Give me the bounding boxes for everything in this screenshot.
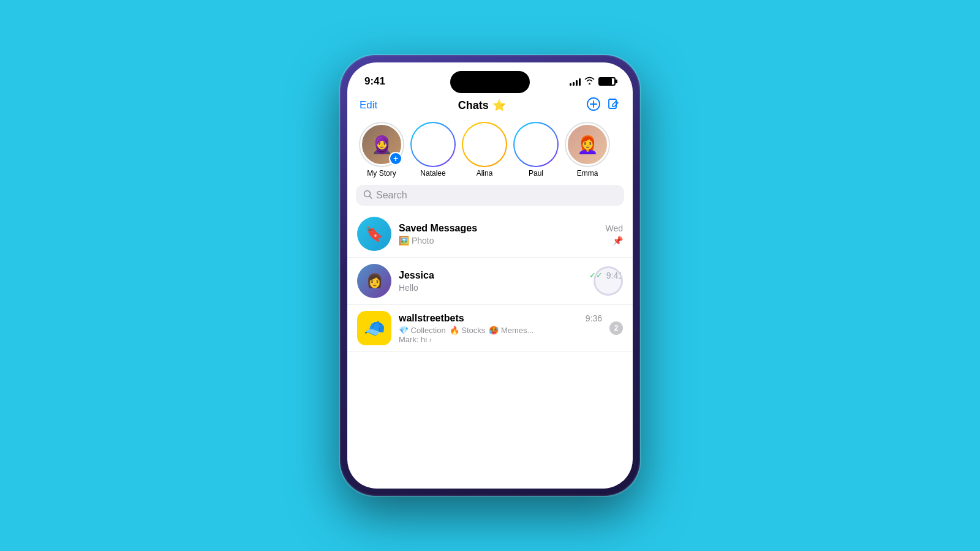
chat-avatar-jessica: 👩 — [357, 264, 391, 298]
story-name-alina: Alina — [477, 169, 493, 178]
story-ring-alina — [462, 122, 507, 167]
story-avatar-wrapper-natalee: 👱‍♀️ — [412, 124, 454, 165]
unread-badge-wallstreet: 2 — [609, 321, 623, 335]
photo-emoji: 🖼️ — [399, 236, 409, 246]
story-ring-natalee — [410, 122, 456, 167]
chat-name-jessica: Jessica — [399, 270, 434, 281]
story-emma[interactable]: 👩‍🦰 Emma — [565, 124, 609, 178]
status-icons — [570, 77, 616, 86]
chat-content-jessica: Jessica ✓✓ 9:41 Hello — [399, 270, 623, 293]
chat-time-saved: Wed — [605, 223, 623, 233]
add-story-button[interactable] — [586, 97, 601, 114]
chat-content-saved: Saved Messages Wed 🖼️ Photo 📌 — [399, 223, 623, 246]
chat-avatar-saved: 🔖 — [357, 217, 391, 251]
chat-tags-wallstreet: 💎 Collection 🔥 Stocks 🥵 Memes... — [399, 326, 602, 335]
dynamic-island — [450, 71, 530, 93]
story-ring-paul — [513, 122, 559, 167]
story-name-paul: Paul — [529, 169, 543, 178]
phone-screen: 9:41 — [347, 62, 633, 489]
svg-line-5 — [370, 197, 372, 199]
story-avatar-wrapper-paul: 🧑‍🦱 — [515, 124, 557, 165]
chat-name-wallstreet: wallstreetbets — [399, 313, 464, 324]
tag-collection: 💎 Collection — [399, 326, 446, 335]
compose-button[interactable] — [607, 97, 620, 113]
chat-preview-row-jessica: Hello — [399, 283, 623, 293]
story-alina[interactable]: 👩 Alina — [462, 124, 507, 178]
signal-icon — [570, 77, 581, 86]
battery-icon — [598, 77, 616, 86]
chat-list: 🔖 Saved Messages Wed 🖼️ Photo 📌 — [347, 211, 633, 352]
story-name-natalee: Natalee — [420, 169, 445, 178]
phone-frame: 9:41 — [340, 55, 640, 496]
story-name-my-story: My Story — [367, 169, 396, 178]
chat-top-row-saved: Saved Messages Wed — [399, 223, 623, 234]
chat-item-wallstreet[interactable]: 🧢 wallstreetbets 9:36 💎 Collection 🔥 Sto… — [347, 305, 633, 352]
chat-preview-jessica: Hello — [399, 283, 623, 293]
bookmark-icon: 🔖 — [365, 225, 383, 242]
story-name-emma: Emma — [577, 169, 598, 178]
story-avatar-wrapper-emma: 👩‍🦰 — [567, 124, 608, 165]
chat-top-row-jessica: Jessica ✓✓ 9:41 — [399, 270, 623, 281]
story-avatar-wrapper-alina: 👩 — [464, 124, 505, 165]
edit-button[interactable]: Edit — [360, 99, 377, 111]
status-time: 9:41 — [364, 75, 385, 88]
chat-name-saved: Saved Messages — [399, 223, 477, 234]
chats-title: Chats — [458, 99, 489, 112]
header: Edit Chats ⭐ — [347, 94, 633, 121]
loading-indicator — [594, 266, 623, 296]
pin-icon: 📌 — [612, 236, 623, 246]
search-icon — [363, 190, 372, 201]
header-actions — [586, 97, 620, 114]
chat-preview-saved: 🖼️ Photo — [399, 236, 610, 246]
chat-mark-row: Mark: hi › — [399, 335, 602, 344]
stories-section: 🧕 + My Story 👱‍♀️ Natalee — [347, 121, 633, 185]
phone-wrapper: 9:41 — [340, 55, 640, 496]
tag-stocks: 🔥 Stocks — [450, 326, 486, 335]
star-icon[interactable]: ⭐ — [492, 99, 506, 112]
chat-item-jessica[interactable]: 👩 Jessica ✓✓ 9:41 Hello — [347, 258, 633, 305]
story-natalee[interactable]: 👱‍♀️ Natalee — [411, 124, 455, 178]
story-plus-badge: + — [389, 152, 402, 165]
chevron-icon: › — [429, 336, 432, 343]
story-my-story[interactable]: 🧕 + My Story — [360, 124, 404, 178]
header-title: Chats ⭐ — [458, 99, 506, 112]
chat-avatar-wallstreet: 🧢 — [357, 311, 391, 345]
story-avatar-wrapper-my-story: 🧕 + — [361, 124, 402, 165]
chat-content-wallstreet: wallstreetbets 9:36 💎 Collection 🔥 Stock… — [399, 313, 602, 344]
chat-time-wallstreet: 9:36 — [586, 313, 602, 323]
story-ring-emma — [565, 122, 610, 167]
story-paul[interactable]: 🧑‍🦱 Paul — [514, 124, 558, 178]
chat-top-row-wallstreet: wallstreetbets 9:36 — [399, 313, 602, 324]
tag-memes: 🥵 Memes... — [489, 326, 533, 335]
wifi-icon — [584, 77, 595, 86]
chat-item-saved[interactable]: 🔖 Saved Messages Wed 🖼️ Photo 📌 — [347, 211, 633, 258]
search-placeholder: Search — [376, 190, 407, 201]
chat-preview-row-saved: 🖼️ Photo 📌 — [399, 236, 623, 246]
search-bar[interactable]: Search — [356, 185, 624, 206]
